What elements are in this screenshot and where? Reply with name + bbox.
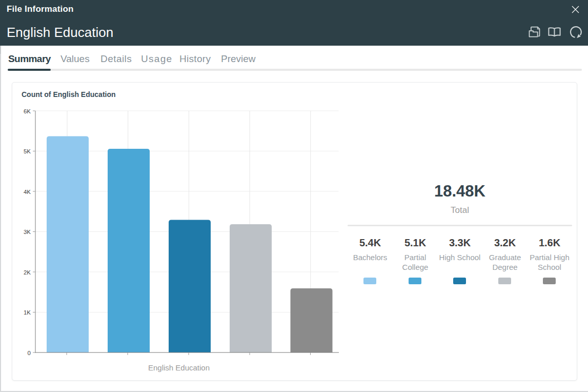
svg-text:4K: 4K (24, 189, 31, 195)
svg-text:0: 0 (28, 350, 31, 356)
svg-text:3K: 3K (24, 229, 31, 235)
svg-text:1K: 1K (24, 309, 31, 316)
svg-text:5K: 5K (24, 148, 31, 154)
svg-text:English Education: English Education (148, 363, 210, 372)
svg-text:6K: 6K (24, 108, 31, 114)
svg-text:2K: 2K (24, 269, 31, 276)
